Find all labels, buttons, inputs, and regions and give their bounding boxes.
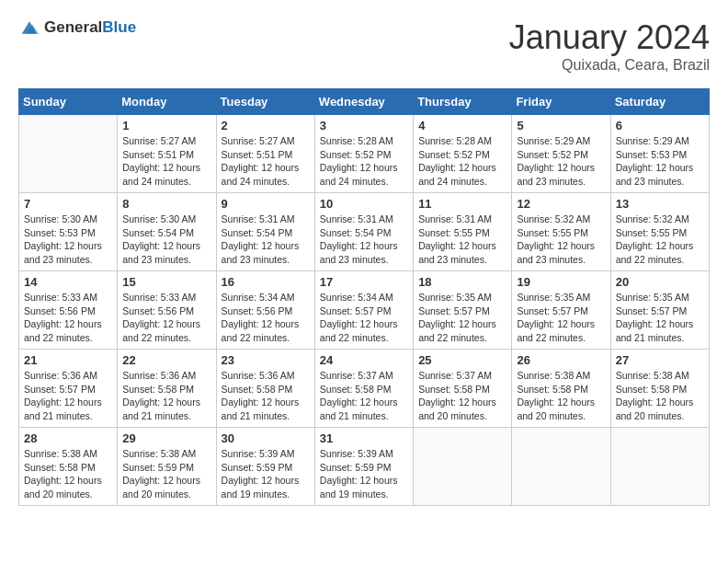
day-number: 14 <box>24 275 112 289</box>
day-info: Sunrise: 5:39 AMSunset: 5:59 PMDaylight:… <box>320 447 408 501</box>
day-number: 6 <box>616 119 704 132</box>
day-cell <box>610 428 709 506</box>
col-header-monday: Monday <box>118 89 216 115</box>
week-row-1: 7Sunrise: 5:30 AMSunset: 5:53 PMDaylight… <box>19 193 710 271</box>
logo: GeneralBlue <box>18 18 136 37</box>
day-cell: 2Sunrise: 5:27 AMSunset: 5:51 PMDaylight… <box>216 115 314 193</box>
day-cell: 11Sunrise: 5:31 AMSunset: 5:55 PMDayligh… <box>414 193 512 271</box>
day-number: 9 <box>222 197 310 211</box>
day-number: 28 <box>24 431 112 445</box>
day-info: Sunrise: 5:33 AMSunset: 5:56 PMDaylight:… <box>24 291 112 345</box>
page-header: GeneralBlue January 2024 Quixada, Ceara,… <box>18 18 710 74</box>
day-info: Sunrise: 5:31 AMSunset: 5:54 PMDaylight:… <box>320 213 408 267</box>
location: Quixada, Ceara, Brazil <box>509 57 710 74</box>
day-info: Sunrise: 5:34 AMSunset: 5:57 PMDaylight:… <box>320 291 408 345</box>
day-cell: 30Sunrise: 5:39 AMSunset: 5:59 PMDayligh… <box>216 428 314 506</box>
day-cell: 14Sunrise: 5:33 AMSunset: 5:56 PMDayligh… <box>19 271 118 350</box>
header-row: SundayMondayTuesdayWednesdayThursdayFrid… <box>19 89 710 115</box>
day-number: 7 <box>24 197 112 211</box>
day-number: 20 <box>616 275 704 289</box>
day-cell: 6Sunrise: 5:29 AMSunset: 5:53 PMDaylight… <box>610 115 709 193</box>
day-cell: 17Sunrise: 5:34 AMSunset: 5:57 PMDayligh… <box>314 271 413 350</box>
col-header-saturday: Saturday <box>610 89 709 115</box>
day-number: 11 <box>418 197 506 211</box>
day-cell: 20Sunrise: 5:35 AMSunset: 5:57 PMDayligh… <box>610 271 709 350</box>
day-cell: 5Sunrise: 5:29 AMSunset: 5:52 PMDaylight… <box>512 115 610 193</box>
day-cell: 23Sunrise: 5:36 AMSunset: 5:58 PMDayligh… <box>216 350 314 428</box>
title-area: January 2024 Quixada, Ceara, Brazil <box>509 18 710 74</box>
day-number: 17 <box>320 275 408 289</box>
logo-general: General <box>44 18 102 36</box>
week-row-4: 28Sunrise: 5:38 AMSunset: 5:58 PMDayligh… <box>19 428 710 506</box>
day-number: 18 <box>418 275 506 289</box>
day-cell: 24Sunrise: 5:37 AMSunset: 5:58 PMDayligh… <box>314 350 413 428</box>
day-cell: 19Sunrise: 5:35 AMSunset: 5:57 PMDayligh… <box>512 271 610 350</box>
day-info: Sunrise: 5:38 AMSunset: 5:59 PMDaylight:… <box>122 447 210 501</box>
day-info: Sunrise: 5:35 AMSunset: 5:57 PMDaylight:… <box>418 291 506 345</box>
day-number: 26 <box>517 353 605 367</box>
day-number: 31 <box>320 431 408 445</box>
col-header-wednesday: Wednesday <box>314 89 413 115</box>
day-info: Sunrise: 5:37 AMSunset: 5:58 PMDaylight:… <box>320 369 408 423</box>
col-header-thursday: Thursday <box>414 89 512 115</box>
day-number: 24 <box>320 353 408 367</box>
day-number: 2 <box>222 119 310 132</box>
week-row-0: 1Sunrise: 5:27 AMSunset: 5:51 PMDaylight… <box>19 115 710 193</box>
day-info: Sunrise: 5:29 AMSunset: 5:52 PMDaylight:… <box>517 134 605 189</box>
day-cell: 12Sunrise: 5:32 AMSunset: 5:55 PMDayligh… <box>512 193 610 271</box>
day-number: 19 <box>517 275 605 289</box>
day-info: Sunrise: 5:35 AMSunset: 5:57 PMDaylight:… <box>616 291 704 345</box>
day-info: Sunrise: 5:27 AMSunset: 5:51 PMDaylight:… <box>222 134 310 189</box>
day-number: 29 <box>122 431 210 445</box>
day-cell: 28Sunrise: 5:38 AMSunset: 5:58 PMDayligh… <box>19 428 118 506</box>
day-number: 5 <box>517 119 605 132</box>
day-info: Sunrise: 5:28 AMSunset: 5:52 PMDaylight:… <box>418 134 506 189</box>
day-cell: 8Sunrise: 5:30 AMSunset: 5:54 PMDaylight… <box>118 193 216 271</box>
day-cell: 9Sunrise: 5:31 AMSunset: 5:54 PMDaylight… <box>216 193 314 271</box>
day-info: Sunrise: 5:29 AMSunset: 5:53 PMDaylight:… <box>616 134 704 189</box>
day-number: 30 <box>222 431 310 445</box>
logo-icon <box>18 18 40 37</box>
col-header-sunday: Sunday <box>19 89 118 115</box>
day-cell: 25Sunrise: 5:37 AMSunset: 5:58 PMDayligh… <box>414 350 512 428</box>
day-cell: 26Sunrise: 5:38 AMSunset: 5:58 PMDayligh… <box>512 350 610 428</box>
day-number: 16 <box>222 275 310 289</box>
day-number: 3 <box>320 119 408 132</box>
day-info: Sunrise: 5:36 AMSunset: 5:58 PMDaylight:… <box>222 369 310 423</box>
day-cell: 16Sunrise: 5:34 AMSunset: 5:56 PMDayligh… <box>216 271 314 350</box>
day-number: 10 <box>320 197 408 211</box>
day-cell <box>414 428 512 506</box>
day-number: 21 <box>24 353 112 367</box>
day-info: Sunrise: 5:32 AMSunset: 5:55 PMDaylight:… <box>616 213 704 267</box>
day-cell: 13Sunrise: 5:32 AMSunset: 5:55 PMDayligh… <box>610 193 709 271</box>
day-info: Sunrise: 5:28 AMSunset: 5:52 PMDaylight:… <box>320 134 408 189</box>
day-cell: 10Sunrise: 5:31 AMSunset: 5:54 PMDayligh… <box>314 193 413 271</box>
week-row-2: 14Sunrise: 5:33 AMSunset: 5:56 PMDayligh… <box>19 271 710 350</box>
day-info: Sunrise: 5:37 AMSunset: 5:58 PMDaylight:… <box>418 369 506 423</box>
day-info: Sunrise: 5:32 AMSunset: 5:55 PMDaylight:… <box>517 213 605 267</box>
day-cell <box>19 115 118 193</box>
logo-blue: Blue <box>102 18 136 36</box>
day-cell: 22Sunrise: 5:36 AMSunset: 5:58 PMDayligh… <box>118 350 216 428</box>
day-cell: 18Sunrise: 5:35 AMSunset: 5:57 PMDayligh… <box>414 271 512 350</box>
day-number: 1 <box>122 119 210 132</box>
day-info: Sunrise: 5:38 AMSunset: 5:58 PMDaylight:… <box>24 447 112 501</box>
day-info: Sunrise: 5:39 AMSunset: 5:59 PMDaylight:… <box>222 447 310 501</box>
day-cell: 15Sunrise: 5:33 AMSunset: 5:56 PMDayligh… <box>118 271 216 350</box>
day-number: 15 <box>122 275 210 289</box>
day-cell: 29Sunrise: 5:38 AMSunset: 5:59 PMDayligh… <box>118 428 216 506</box>
day-number: 25 <box>418 353 506 367</box>
week-row-3: 21Sunrise: 5:36 AMSunset: 5:57 PMDayligh… <box>19 350 710 428</box>
day-number: 22 <box>122 353 210 367</box>
day-cell <box>512 428 610 506</box>
day-info: Sunrise: 5:35 AMSunset: 5:57 PMDaylight:… <box>517 291 605 345</box>
day-info: Sunrise: 5:38 AMSunset: 5:58 PMDaylight:… <box>517 369 605 423</box>
day-cell: 1Sunrise: 5:27 AMSunset: 5:51 PMDaylight… <box>118 115 216 193</box>
day-number: 27 <box>616 353 704 367</box>
day-info: Sunrise: 5:30 AMSunset: 5:53 PMDaylight:… <box>24 213 112 267</box>
day-cell: 7Sunrise: 5:30 AMSunset: 5:53 PMDaylight… <box>19 193 118 271</box>
day-info: Sunrise: 5:38 AMSunset: 5:58 PMDaylight:… <box>616 369 704 423</box>
day-cell: 21Sunrise: 5:36 AMSunset: 5:57 PMDayligh… <box>19 350 118 428</box>
day-info: Sunrise: 5:34 AMSunset: 5:56 PMDaylight:… <box>222 291 310 345</box>
day-info: Sunrise: 5:27 AMSunset: 5:51 PMDaylight:… <box>122 134 210 189</box>
